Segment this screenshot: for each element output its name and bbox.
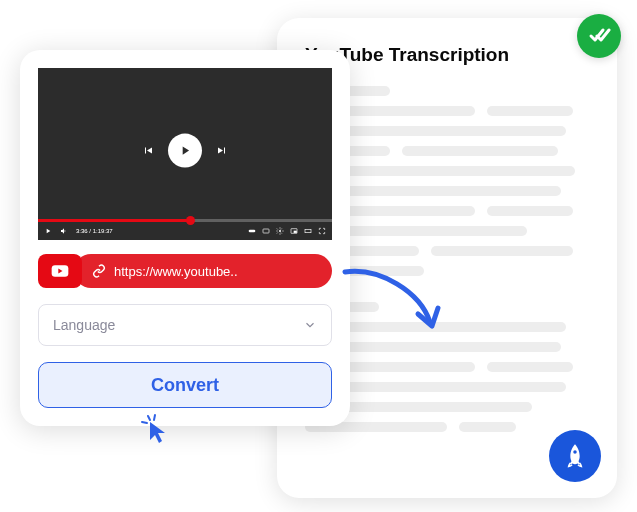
- next-icon[interactable]: [216, 145, 228, 157]
- success-badge: [577, 14, 621, 58]
- rocket-icon: [561, 442, 589, 470]
- video-player[interactable]: 3:36 / 1:19:37: [38, 68, 332, 240]
- volume-icon[interactable]: [60, 227, 68, 235]
- language-placeholder: Language: [53, 317, 115, 333]
- svg-rect-0: [249, 230, 256, 233]
- url-row: https://www.youtube..: [38, 254, 332, 288]
- previous-icon[interactable]: [142, 145, 154, 157]
- link-icon: [92, 264, 106, 278]
- autoplay-icon[interactable]: [248, 227, 256, 235]
- chevron-down-icon: [303, 318, 317, 332]
- cursor-icon: [138, 410, 174, 446]
- svg-line-8: [142, 422, 147, 423]
- play-small-icon[interactable]: [44, 227, 52, 235]
- language-select[interactable]: Language: [38, 304, 332, 346]
- convert-label: Convert: [151, 375, 219, 396]
- settings-icon[interactable]: [276, 227, 284, 235]
- video-control-bar: 3:36 / 1:19:37: [38, 222, 332, 240]
- converter-card: 3:36 / 1:19:37 https://www.youtube.. Lan…: [20, 50, 350, 426]
- youtube-icon: [47, 261, 73, 281]
- rocket-badge: [549, 430, 601, 482]
- svg-rect-1: [263, 229, 269, 233]
- theater-icon[interactable]: [304, 227, 312, 235]
- fullscreen-icon[interactable]: [318, 227, 326, 235]
- check-icon: [587, 24, 611, 48]
- url-input[interactable]: https://www.youtube..: [74, 254, 332, 288]
- video-timestamp: 3:36 / 1:19:37: [76, 228, 113, 234]
- miniplayer-icon[interactable]: [290, 227, 298, 235]
- svg-point-2: [279, 230, 281, 232]
- svg-rect-4: [294, 231, 296, 233]
- url-value: https://www.youtube..: [114, 264, 238, 279]
- svg-line-9: [154, 415, 155, 420]
- youtube-badge: [38, 254, 82, 288]
- play-button[interactable]: [168, 134, 202, 168]
- svg-line-7: [148, 416, 150, 420]
- cc-icon[interactable]: [262, 227, 270, 235]
- play-icon: [178, 144, 192, 158]
- svg-rect-5: [305, 229, 311, 232]
- video-center-controls: [142, 134, 228, 168]
- convert-button[interactable]: Convert: [38, 362, 332, 408]
